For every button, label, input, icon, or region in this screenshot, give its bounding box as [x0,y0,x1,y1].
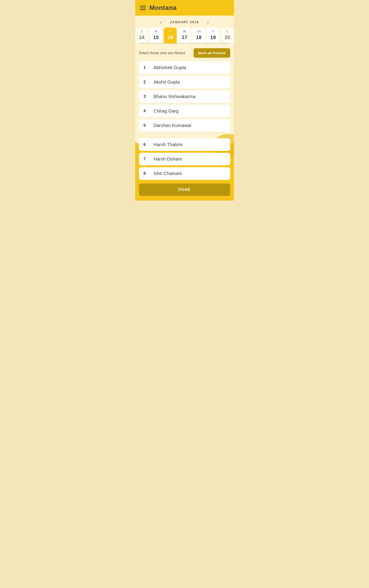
attendance-header: Select those who are Absent Mark all Pre… [139,48,230,58]
student-name-8: Ishir Chatnani [154,171,182,176]
absent-label: Select those who are Absent [139,51,186,55]
student-name-5: Darshan Kumawat [154,123,191,128]
student-number-2: 2 [144,80,149,84]
student-item-6[interactable]: 6Harsh Thalore [139,138,230,151]
hamburger-menu-icon[interactable] [140,6,146,10]
day-strip: S14M15T16W17TH18F19S20 [135,25,234,43]
student-list-bottom: 6Harsh Thalore7Harsh Dohare8Ishir Chatna… [139,136,230,180]
day-name-3: W [183,30,186,33]
student-name-6: Harsh Thalore [154,142,183,147]
student-list-top: 1Abhishek Gupta2Akshit Gupta3Bhanu Vishw… [139,61,230,132]
student-number-6: 6 [144,142,149,147]
student-item-1[interactable]: 1Abhishek Gupta [139,61,230,74]
bottom-area: 6Harsh Thalore7Harsh Dohare8Ishir Chatna… [135,134,234,200]
day-number-3: 17 [182,34,187,41]
day-number-4: 18 [196,34,202,41]
day-name-6: S [226,30,228,33]
student-number-4: 4 [144,109,149,114]
header: Montana [135,0,234,16]
done-section: DONE [139,180,230,196]
day-name-5: F [212,30,214,33]
content-area: Select those who are Absent Mark all Pre… [135,44,234,134]
day-cell-20[interactable]: S20 [221,28,234,43]
day-cell-18[interactable]: TH18 [192,28,205,43]
student-number-5: 5 [144,123,149,128]
day-name-2: T [170,30,171,33]
student-name-2: Akshit Gupta [154,79,180,85]
day-number-5: 19 [210,34,216,41]
app-container: Montana ‹ JANUARY 2018 › S14M15T16W17TH1… [135,0,234,200]
app-title: Montana [150,4,177,11]
day-number-1: 15 [153,34,159,41]
day-cell-16[interactable]: T16 [164,28,177,43]
day-cell-19[interactable]: F19 [207,28,219,43]
student-name-3: Bhanu Vishwakarma [154,94,196,99]
student-number-1: 1 [144,65,149,70]
day-name-0: S [141,30,143,33]
student-number-3: 3 [144,94,149,99]
day-cell-14[interactable]: S14 [135,28,148,43]
student-name-4: Chirag Garg [154,108,179,114]
calendar-nav: ‹ JANUARY 2018 › [135,16,234,25]
day-number-2: 16 [167,34,173,41]
student-item-8[interactable]: 8Ishir Chatnani [139,167,230,180]
student-item-4[interactable]: 4Chirag Garg [139,105,230,117]
mark-all-present-button[interactable]: Mark all Present [194,48,230,58]
prev-month-button[interactable]: ‹ [159,19,164,25]
day-cell-17[interactable]: W17 [178,28,191,43]
student-item-5[interactable]: 5Darshan Kumawat [139,119,230,132]
student-number-8: 8 [144,171,149,176]
day-name-1: M [155,30,157,33]
month-label: JANUARY 2018 [170,20,199,24]
day-number-0: 14 [139,34,144,41]
day-name-4: TH [197,30,201,33]
next-month-button[interactable]: › [205,19,210,25]
student-item-2[interactable]: 2Akshit Gupta [139,76,230,88]
student-item-3[interactable]: 3Bhanu Vishwakarma [139,90,230,103]
day-number-6: 20 [225,34,230,41]
student-item-7[interactable]: 7Harsh Dohare [139,153,230,165]
student-name-7: Harsh Dohare [154,157,182,162]
done-button[interactable]: DONE [139,184,230,196]
day-cell-15[interactable]: M15 [150,28,162,43]
student-number-7: 7 [144,157,149,161]
student-name-1: Abhishek Gupta [154,65,186,70]
